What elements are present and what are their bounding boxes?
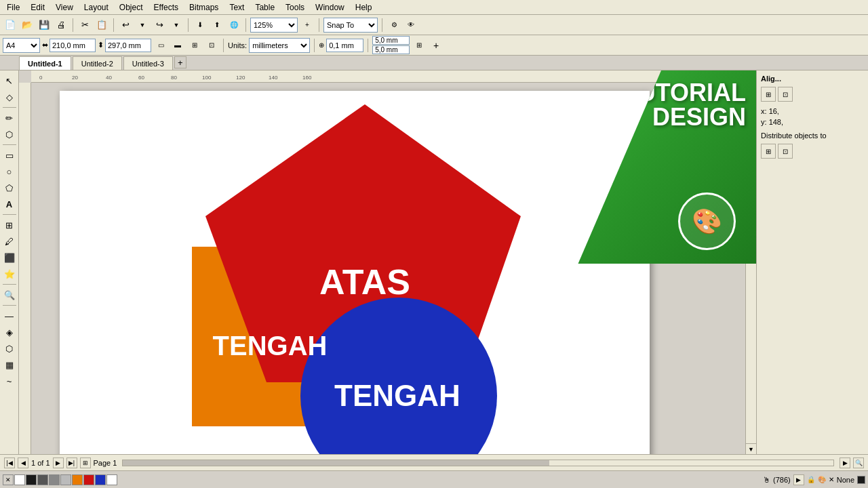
bottom-info: 🖱 (786) ▶ 🔒 🎨 ✕ None [763, 474, 865, 485]
page-nav-first[interactable]: |◀ [4, 458, 15, 468]
shape-tool[interactable]: ◇ [2, 89, 17, 104]
export-button[interactable]: ⬆ [210, 18, 224, 33]
coord-icon: 🖱 [763, 476, 770, 484]
tabs-bar: Untitled-1 Untitled-2 Untitled-3 + [0, 56, 868, 70]
tab-untitled-2[interactable]: Untitled-2 [73, 56, 122, 70]
redo-button[interactable]: ↪ [152, 18, 167, 33]
page-nav-prev[interactable]: ◀ [18, 458, 28, 468]
new-button[interactable]: 📄 [3, 18, 18, 33]
align-center-btn[interactable]: ⊡ [778, 87, 793, 102]
align-left-btn[interactable]: ⊞ [761, 87, 776, 102]
page-options-a[interactable]: ⊞ [187, 38, 202, 53]
page-nav-next[interactable]: ▶ [53, 458, 64, 468]
menu-window[interactable]: Window [311, 1, 349, 14]
page-width-input[interactable] [50, 39, 96, 52]
nudge-input[interactable] [326, 39, 363, 52]
page-options-b[interactable]: ⊡ [204, 38, 219, 53]
freehand-tool[interactable]: ✏ [2, 110, 17, 125]
text-tool[interactable]: A [2, 197, 17, 211]
light-gray-swatch[interactable] [60, 474, 71, 485]
menu-view[interactable]: View [52, 1, 77, 14]
tool-sep-4 [3, 284, 16, 285]
options-button[interactable]: ⚙ [387, 18, 401, 33]
distribute-left-btn[interactable]: ⊞ [761, 144, 776, 159]
select-tool[interactable]: ↖ [2, 73, 17, 88]
copy-button[interactable]: 📋 [94, 18, 109, 33]
add-page-button[interactable]: + [429, 38, 443, 53]
view-manager[interactable]: 👁 [403, 18, 418, 33]
import-button[interactable]: ⬇ [193, 18, 208, 33]
dark-gray-swatch[interactable] [37, 474, 48, 485]
distribute-label: Distribute objects to [761, 131, 864, 140]
vscroll-down[interactable]: ▼ [746, 443, 756, 454]
page-size-select[interactable]: A4 [3, 38, 40, 53]
status-scroll-thumb[interactable] [123, 460, 549, 466]
zoom-options[interactable]: + [300, 18, 315, 33]
units-select[interactable]: millimeters pixels inches [249, 38, 310, 53]
open-button[interactable]: 📂 [20, 18, 35, 33]
menu-text[interactable]: Text [225, 1, 248, 14]
menu-effects[interactable]: Effects [150, 1, 182, 14]
page-nav-last[interactable]: ▶| [66, 458, 77, 468]
tab-add-button[interactable]: + [174, 56, 186, 68]
undo-button[interactable]: ↩ [118, 18, 133, 33]
grid-options[interactable]: ⊞ [412, 38, 427, 53]
orange-swatch[interactable] [72, 474, 83, 485]
rectangle-tool[interactable]: ▭ [2, 148, 17, 163]
zoom-select[interactable]: 125% 100% 75% 50% 200% [250, 18, 298, 33]
white-swatch2[interactable] [106, 474, 117, 485]
tab-untitled-3[interactable]: Untitled-3 [123, 56, 173, 70]
menu-tools[interactable]: Tools [281, 1, 309, 14]
publish-button[interactable]: 🌐 [226, 18, 241, 33]
cut-button[interactable]: ✂ [77, 18, 92, 33]
none-label: None [837, 476, 854, 484]
shadow-tool[interactable]: ▦ [2, 357, 17, 372]
grid-v-input[interactable] [372, 45, 410, 54]
page-list-button[interactable]: ⊞ [80, 458, 91, 468]
fill-tool[interactable]: ⬛ [2, 250, 17, 265]
menu-help[interactable]: Help [351, 1, 376, 14]
gray-swatch[interactable] [49, 474, 60, 485]
menu-table[interactable]: Table [251, 1, 279, 14]
tab-untitled-1[interactable]: Untitled-1 [19, 56, 71, 70]
parallel-tool[interactable]: ⊞ [2, 218, 17, 232]
interactive-tool[interactable]: ⭐ [2, 266, 17, 281]
status-nav-right[interactable]: ▶ [840, 458, 850, 468]
blue-swatch[interactable] [95, 474, 106, 485]
units-label: Units: [228, 41, 247, 49]
undo-arrow[interactable]: ▼ [135, 18, 150, 33]
menu-object[interactable]: Object [115, 1, 147, 14]
zoom-tool[interactable]: 🔍 [2, 287, 17, 302]
redo-arrow[interactable]: ▼ [169, 18, 184, 33]
connector-tool[interactable]: — [2, 308, 17, 323]
ellipse-tool[interactable]: ○ [2, 164, 17, 179]
polygon-tool[interactable]: ⬠ [2, 180, 17, 195]
x-label: x: [761, 107, 767, 115]
page-height-input[interactable] [105, 39, 151, 52]
menu-bitmaps[interactable]: Bitmaps [185, 1, 222, 14]
coord-expand[interactable]: ▶ [793, 474, 804, 485]
extrude-tool[interactable]: ⬡ [2, 341, 17, 356]
page-info: 1 of 1 [31, 459, 50, 467]
menu-layout[interactable]: Layout [80, 1, 113, 14]
portrait-button[interactable]: ▭ [153, 38, 168, 53]
blend-tool[interactable]: ◈ [2, 325, 17, 340]
zoom-fit-button[interactable]: 🔍 [853, 458, 864, 468]
menu-edit[interactable]: Edit [26, 1, 49, 14]
grid-h-input[interactable] [372, 36, 410, 45]
smear-tool[interactable]: ~ [2, 373, 17, 388]
distribute-right-btn[interactable]: ⊡ [778, 144, 793, 159]
red-swatch[interactable] [83, 474, 94, 485]
save-button[interactable]: 💾 [37, 18, 52, 33]
tutorial-text-block: TUTORIAL DESIGN [623, 81, 746, 129]
smart-tool[interactable]: ⬡ [2, 127, 17, 142]
eyedropper-tool[interactable]: 🖊 [2, 234, 17, 249]
black-swatch[interactable] [26, 474, 37, 485]
snap-to-select[interactable]: Snap To [323, 18, 378, 33]
no-color-swatch[interactable]: ✕ [3, 474, 14, 485]
print-button[interactable]: 🖨 [54, 18, 68, 33]
landscape-button[interactable]: ▬ [170, 38, 185, 53]
separator2 [113, 18, 114, 32]
white-swatch[interactable] [14, 474, 25, 485]
menu-file[interactable]: File [3, 1, 24, 14]
